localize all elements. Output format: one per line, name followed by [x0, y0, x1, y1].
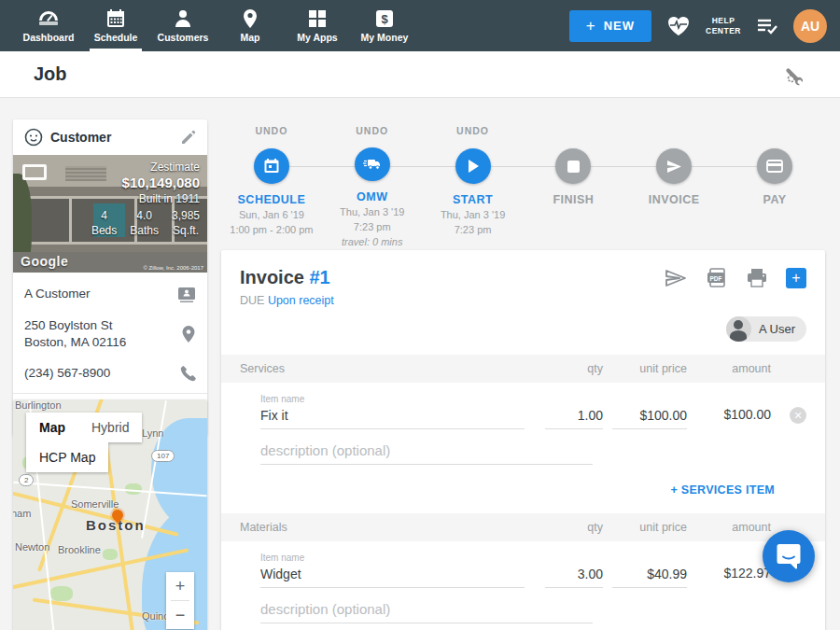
service-item-name-input[interactable] — [260, 404, 525, 429]
svg-text:$: $ — [381, 12, 388, 26]
invoice-due: DUE Upon receipt — [240, 294, 334, 307]
my-apps-icon — [308, 8, 327, 29]
drag-handle[interactable] — [240, 420, 260, 429]
invoice-number[interactable]: #1 — [309, 267, 329, 287]
material-item-name-input[interactable] — [260, 563, 525, 588]
activity-feed-icon[interactable] — [756, 17, 778, 35]
map-type-hybrid-button[interactable]: Hybrid — [78, 413, 142, 442]
material-amount: $122.97 — [687, 566, 771, 588]
start-step-details: Thu, Jan 3 '19 7:23 pm — [441, 208, 505, 238]
undo-omw-button[interactable]: UNDO — [356, 119, 388, 139]
services-section-header: Services qty unit price amount — [221, 355, 825, 383]
nav-item-my-apps[interactable]: My Apps — [284, 0, 351, 51]
page-title: Job — [34, 63, 67, 85]
print-icon[interactable] — [747, 268, 767, 288]
edit-customer-pencil-icon[interactable] — [180, 130, 196, 146]
zoom-out-button[interactable]: − — [166, 601, 194, 629]
assignee-chip[interactable]: A User — [726, 316, 806, 342]
material-unit-price-input[interactable] — [612, 563, 687, 588]
service-unit-price-input[interactable] — [612, 404, 687, 429]
item-name-label: Item name — [260, 553, 806, 563]
amount-column-header: amount — [687, 362, 771, 375]
amount-column-header: amount — [687, 521, 771, 534]
service-description-input[interactable] — [260, 439, 593, 465]
due-value-link[interactable]: Upon receipt — [268, 294, 334, 307]
dashboard-icon — [37, 8, 60, 29]
stat-baths: 4.0Baths — [130, 208, 159, 238]
map-label-burlington: Burlington — [15, 399, 62, 411]
nav-right: + NEW HELP CENTER AU — [569, 0, 840, 51]
customer-name-row: A Customer — [13, 278, 207, 310]
customer-card: Customer Zestimate $10,149,080 Built in … — [13, 119, 207, 436]
phone-icon[interactable] — [179, 365, 196, 382]
map-label-waltham: ham — [13, 508, 31, 519]
timeline-step-omw: UNDO OMW Thu, Jan 3 '19 7:23 pm travel: … — [322, 119, 423, 250]
finish-stop-icon[interactable] — [555, 148, 591, 184]
location-pin-icon[interactable] — [181, 325, 196, 343]
drag-handle[interactable] — [240, 579, 260, 588]
omw-step-label: OMW — [357, 190, 387, 203]
materials-title: Materials — [240, 521, 538, 534]
zoom-in-button[interactable]: + — [166, 572, 194, 600]
pay-card-icon[interactable] — [757, 148, 792, 184]
map-canvas[interactable]: Burlington Lynn Somerville ham Boston Ne… — [13, 399, 207, 630]
omw-truck-icon[interactable] — [355, 147, 390, 181]
delete-service-item-icon[interactable]: ✕ — [790, 407, 806, 424]
unit-price-column-header: unit price — [603, 362, 687, 375]
nav-item-dashboard[interactable]: Dashboard — [15, 0, 82, 51]
page-header: Job — [0, 51, 840, 98]
undo-start-button[interactable]: UNDO — [456, 119, 489, 140]
nav-item-schedule[interactable]: Schedule — [82, 0, 149, 51]
map-label-newton: Newton — [15, 541, 49, 553]
job-settings-icon[interactable] — [784, 63, 806, 86]
stat-beds: 4Beds — [91, 208, 117, 238]
new-button[interactable]: + NEW — [569, 10, 651, 42]
add-invoice-button[interactable]: + — [786, 268, 806, 288]
chat-launcher-button[interactable] — [763, 530, 815, 582]
hcp-map-button[interactable]: HCP Map — [26, 442, 108, 472]
map-type-map-button[interactable]: Map — [26, 413, 78, 442]
omw-step-details: Thu, Jan 3 '19 7:23 pm travel: 0 mins — [340, 205, 404, 250]
zestimate-value: $10,149,080 — [91, 175, 200, 190]
start-play-icon[interactable] — [455, 148, 491, 184]
send-invoice-icon[interactable] — [665, 269, 687, 287]
pdf-icon[interactable]: PDF — [706, 267, 728, 289]
help-center-button[interactable]: HELP CENTER — [706, 16, 741, 35]
svg-text:PDF: PDF — [710, 275, 722, 282]
material-qty-input[interactable] — [545, 563, 603, 588]
unit-price-column-header: unit price — [603, 521, 687, 534]
schedule-step-icon[interactable] — [254, 148, 289, 184]
plus-icon: + — [786, 268, 806, 288]
nav-label-dashboard: Dashboard — [23, 32, 75, 43]
add-services-item-button[interactable]: + SERVICES ITEM — [670, 483, 775, 497]
pay-step-label: PAY — [763, 193, 786, 206]
map-park — [103, 549, 118, 560]
timeline-step-start: UNDO START Thu, Jan 3 '19 7:23 pm — [423, 119, 524, 250]
user-avatar[interactable]: AU — [793, 9, 827, 43]
item-name-label: Item name — [260, 394, 806, 404]
health-heart-icon[interactable] — [666, 15, 691, 37]
built-year: Built in 1911 — [91, 192, 200, 205]
nav-item-customers[interactable]: Customers — [149, 0, 217, 51]
zestimate-label: Zestimate — [91, 161, 200, 174]
nav-item-map[interactable]: Map — [217, 0, 284, 51]
schedule-step-details: Sun, Jan 6 '19 1:00 pm - 2:00 pm — [230, 208, 313, 238]
contact-card-icon[interactable] — [177, 286, 196, 302]
material-description-input[interactable] — [260, 597, 593, 623]
streetview-frame-icon[interactable] — [22, 164, 47, 180]
customer-face-icon — [24, 128, 43, 147]
invoice-send-icon[interactable] — [656, 148, 692, 184]
customer-card-title: Customer — [50, 130, 173, 145]
undo-schedule-button[interactable]: UNDO — [255, 119, 287, 140]
service-description-row — [221, 429, 825, 465]
map-zoom-control: + − — [166, 572, 194, 629]
property-photo[interactable]: Zestimate $10,149,080 Built in 1911 4Bed… — [13, 155, 207, 273]
map-icon — [242, 8, 259, 29]
timeline-step-finish: FINISH — [523, 119, 623, 250]
invoice-actions: PDF + — [665, 267, 806, 289]
service-qty-input[interactable] — [545, 404, 603, 429]
nav-item-my-money[interactable]: $ My Money — [351, 0, 418, 51]
assignee-name: A User — [759, 322, 795, 336]
customer-phone: (234) 567-8900 — [24, 365, 172, 382]
nav-label-schedule: Schedule — [94, 32, 138, 43]
